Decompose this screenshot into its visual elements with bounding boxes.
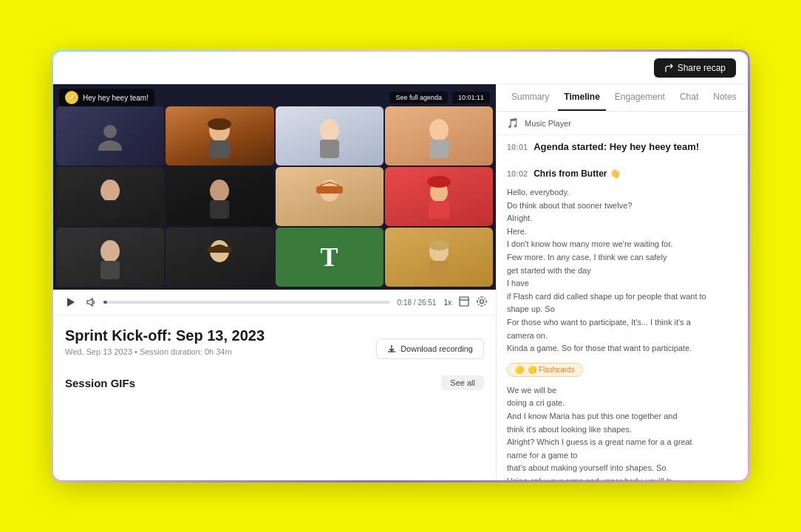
video-toolbar-top: 🧈 Hey hey heey team! See full agenda 10:… xyxy=(59,89,490,106)
timeline-entry-2: 10:02 Chris from Butter 👋 Hello, everybo… xyxy=(497,163,748,480)
svg-point-23 xyxy=(429,240,449,250)
fullscreen-button[interactable] xyxy=(459,296,469,309)
flashcard-label: 🟡 Flashcards xyxy=(528,366,575,374)
participant-cell-10 xyxy=(166,228,273,287)
svg-point-11 xyxy=(210,180,229,202)
speaker-transcript: Hello, everybody. Do think about that so… xyxy=(507,186,737,355)
svg-point-9 xyxy=(100,180,120,202)
flashcard-badge[interactable]: 🟡 🟡 Flashcards xyxy=(507,363,583,377)
timeline-content: 🎵 Music Player 10:01 Agenda started: Hey… xyxy=(497,112,748,480)
participant-cell-5 xyxy=(56,167,164,226)
tabs-bar: Summary Timeline Engagement Chat Notes R… xyxy=(497,84,748,112)
svg-rect-21 xyxy=(208,247,231,253)
time-1002: 10:02 xyxy=(507,169,528,178)
flashcard-icon: 🟡 xyxy=(515,366,524,374)
participant-cell-1 xyxy=(56,106,164,166)
tab-notes[interactable]: Notes xyxy=(707,84,742,111)
session-info: Sprint Kick-off: Sep 13, 2023 Wed, Sep 1… xyxy=(53,316,496,480)
volume-button[interactable] xyxy=(86,297,96,307)
svg-rect-12 xyxy=(210,200,229,219)
share-icon xyxy=(664,64,673,72)
timeline-heading-row: 10:01 Agenda started: Hey hey heey team! xyxy=(507,141,737,157)
svg-point-0 xyxy=(103,125,117,138)
progress-fill xyxy=(103,301,107,304)
svg-point-1 xyxy=(98,140,122,151)
play-button[interactable] xyxy=(62,294,78,310)
svg-point-27 xyxy=(480,299,484,303)
see-all-button[interactable]: See all xyxy=(441,375,484,390)
app-outer-border: Share recap 🧈 Hey hey heey team! See ful… xyxy=(51,50,750,482)
agenda-heading: Agenda started: Hey hey heey team! xyxy=(534,141,699,152)
participant-cell-3 xyxy=(276,106,384,166)
speaker-row: 10:02 Chris from Butter 👋 xyxy=(507,168,737,182)
butter-logo: 🧈 xyxy=(65,91,78,104)
share-recap-button[interactable]: Share recap xyxy=(654,58,736,78)
svg-point-16 xyxy=(427,176,451,188)
svg-rect-26 xyxy=(460,297,468,306)
svg-rect-14 xyxy=(316,186,343,194)
session-meta: Wed, Sep 13 2023 • Session duration: 0h … xyxy=(65,347,265,356)
video-grid-container: 🧈 Hey hey heey team! See full agenda 10:… xyxy=(53,84,496,290)
music-player-bar[interactable]: 🎵 Music Player xyxy=(497,112,748,135)
session-meta-row: Sprint Kick-off: Sep 13, 2023 Wed, Sep 1… xyxy=(65,327,484,366)
time-display: 0:18 / 26:51 xyxy=(398,299,437,307)
participant-cell-8 xyxy=(385,167,493,226)
participant-cell-11: T xyxy=(276,228,384,287)
session-title: Sprint Kick-off: Sep 13, 2023 xyxy=(65,327,265,344)
main-content: 🧈 Hey hey heey team! See full agenda 10:… xyxy=(53,84,748,480)
svg-marker-25 xyxy=(67,298,75,307)
session-gifs-header: Session GIFs See all xyxy=(65,375,484,390)
t-letter: T xyxy=(321,242,338,273)
svg-rect-6 xyxy=(320,140,339,158)
video-grid: T xyxy=(53,84,496,290)
svg-rect-8 xyxy=(429,140,449,158)
speaker-name: Chris from Butter 👋 xyxy=(534,168,621,179)
timer-badge: 10:01:11 xyxy=(452,92,490,103)
svg-point-7 xyxy=(429,119,449,141)
time-1001: 10:01 xyxy=(507,143,528,151)
tab-summary[interactable]: Summary xyxy=(505,84,555,111)
tab-chat[interactable]: Chat xyxy=(674,84,704,111)
app-window: Share recap 🧈 Hey hey heey team! See ful… xyxy=(53,52,748,480)
svg-point-18 xyxy=(100,240,120,262)
svg-rect-10 xyxy=(100,200,120,219)
music-player-label: Music Player xyxy=(525,119,571,128)
svg-rect-3 xyxy=(209,140,230,158)
tab-resources[interactable]: Resources xyxy=(746,84,748,111)
participant-cell-4 xyxy=(385,106,493,166)
svg-point-5 xyxy=(320,119,339,141)
timeline-entry-1: 10:01 Agenda started: Hey hey heey team! xyxy=(497,135,748,163)
participant-cell-2 xyxy=(166,106,273,166)
participant-cell-9 xyxy=(56,228,164,287)
tab-engagement[interactable]: Engagement xyxy=(609,84,671,111)
tab-timeline[interactable]: Timeline xyxy=(558,84,605,111)
participant-cell-6 xyxy=(166,167,273,226)
participant-cell-7 xyxy=(276,167,384,226)
speaker-transcript-2: We we will be doing a cri gate. And I kn… xyxy=(507,384,737,480)
full-agenda-button[interactable]: See full agenda xyxy=(389,92,448,103)
session-gifs-title: Session GIFs xyxy=(65,377,135,389)
svg-rect-17 xyxy=(429,201,449,219)
svg-point-4 xyxy=(208,118,231,130)
settings-button[interactable] xyxy=(477,296,487,309)
progress-bar[interactable] xyxy=(103,301,390,304)
right-panel: Summary Timeline Engagement Chat Notes R… xyxy=(497,84,748,480)
svg-rect-19 xyxy=(100,261,120,279)
speed-button[interactable]: 1x xyxy=(443,299,451,307)
download-recording-button[interactable]: Download recording xyxy=(376,338,484,359)
video-controls: 0:18 / 26:51 1x xyxy=(53,290,496,316)
svg-rect-24 xyxy=(429,261,449,279)
music-icon: 🎵 xyxy=(507,117,519,129)
session-title-badge: 🧈 Hey hey heey team! xyxy=(59,89,154,106)
participant-cell-12 xyxy=(385,228,493,287)
top-bar: Share recap xyxy=(53,52,748,84)
flashcard-row: 🟡 🟡 Flashcards xyxy=(507,360,737,380)
avatar-1 xyxy=(56,106,164,166)
left-panel: 🧈 Hey hey heey team! See full agenda 10:… xyxy=(53,84,497,480)
